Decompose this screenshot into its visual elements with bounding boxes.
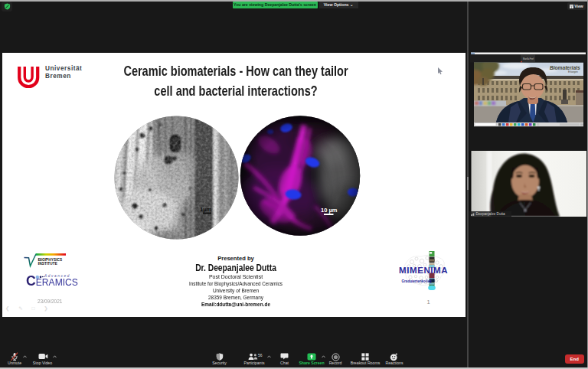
svg-text:10 µm: 10 µm bbox=[321, 207, 338, 214]
svg-text:Deepanjalee Dutta: Deepanjalee Dutta bbox=[475, 212, 505, 216]
svg-text:MIMENIMA: MIMENIMA bbox=[399, 266, 448, 275]
svg-text:Biomaterials: Biomaterials bbox=[550, 65, 580, 70]
svg-text:Mozilla Firef: Mozilla Firef bbox=[523, 57, 534, 60]
svg-text:1µm: 1µm bbox=[200, 206, 211, 213]
svg-text:Graduiertenkolleg: Graduiertenkolleg bbox=[402, 279, 433, 283]
svg-text:Erlangen: Erlangen bbox=[568, 70, 578, 73]
